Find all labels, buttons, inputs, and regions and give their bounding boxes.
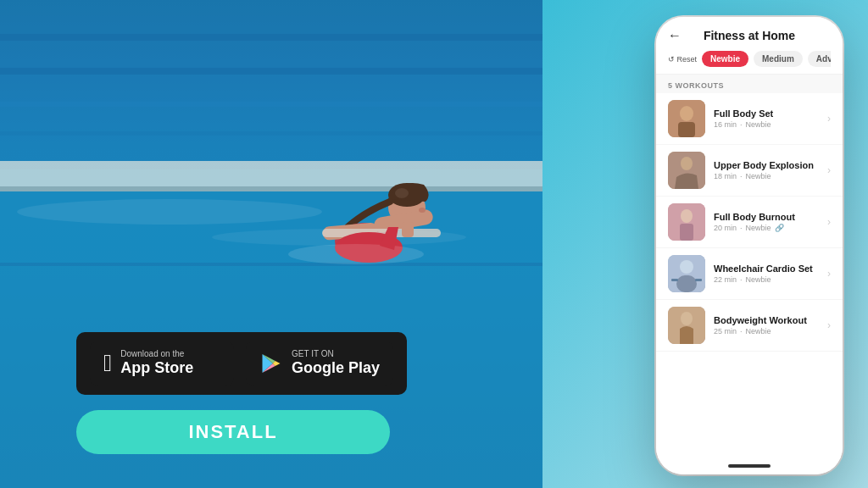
svg-rect-1 xyxy=(0,34,542,41)
filter-tabs: ↺ Reset Newbie Medium Advance xyxy=(668,51,831,67)
google-play-large-label: Google Play xyxy=(292,359,380,378)
workout-item[interactable]: Full Body Burnout 20 min · Newbie 🔗 › xyxy=(656,197,843,248)
google-play-icon xyxy=(259,352,283,375)
workout-info: Full Body Burnout 20 min · Newbie 🔗 xyxy=(714,212,824,232)
svg-point-21 xyxy=(288,244,424,264)
svg-rect-0 xyxy=(0,0,542,169)
svg-rect-2 xyxy=(0,68,542,75)
google-play-button[interactable]: GET IT ON Google Play xyxy=(246,341,393,386)
svg-rect-5 xyxy=(0,161,542,186)
svg-rect-32 xyxy=(676,275,697,292)
workout-name: Bodyweight Workout xyxy=(714,315,824,325)
svg-rect-29 xyxy=(680,224,693,241)
app-store-small-label: Download on the xyxy=(120,349,193,359)
workout-meta: 16 min · Newbie xyxy=(714,120,824,129)
svg-rect-18 xyxy=(402,222,414,237)
workout-meta: 22 min · Newbie xyxy=(714,275,824,284)
workout-name: Full Body Burnout xyxy=(714,212,824,222)
app-store-text: Download on the App Store xyxy=(120,349,193,378)
svg-point-31 xyxy=(680,260,693,274)
svg-point-36 xyxy=(681,312,693,325)
workout-info: Upper Body Explosion 18 min · Newbie xyxy=(714,160,824,180)
home-indicator xyxy=(728,464,771,468)
workout-thumbnail xyxy=(668,255,705,292)
back-button[interactable]: ← xyxy=(668,28,682,43)
workout-name: Wheelchair Cardio Set xyxy=(714,263,824,274)
google-play-small-label: GET IT ON xyxy=(292,349,380,359)
filter-tab-medium[interactable]: Medium xyxy=(754,51,803,67)
install-label: INSTALL xyxy=(188,421,277,443)
svg-rect-3 xyxy=(0,102,542,107)
app-store-button[interactable]:  Download on the App Store xyxy=(90,341,234,386)
install-button[interactable]: INSTALL xyxy=(76,410,390,454)
filter-tab-newbie[interactable]: Newbie xyxy=(702,51,748,67)
svg-rect-24 xyxy=(678,122,695,137)
chevron-right-icon: › xyxy=(827,268,831,280)
google-play-text: GET IT ON Google Play xyxy=(292,349,380,378)
phone-screen: ← Fitness at Home ↺ Reset Newbie Medium … xyxy=(656,17,843,474)
svg-point-26 xyxy=(681,157,693,170)
svg-point-23 xyxy=(680,106,693,121)
workout-list: Full Body Set 16 min · Newbie › xyxy=(656,93,843,458)
workout-item[interactable]: Bodyweight Workout 25 min · Newbie › xyxy=(656,300,843,352)
reset-filter-button[interactable]: ↺ Reset xyxy=(668,55,697,64)
workout-meta: 18 min · Newbie xyxy=(714,172,824,180)
svg-rect-6 xyxy=(0,186,542,191)
home-indicator-area xyxy=(656,458,843,474)
apple-icon:  xyxy=(103,350,112,377)
svg-rect-33 xyxy=(671,279,678,281)
workout-info: Bodyweight Workout 25 min · Newbie xyxy=(714,315,824,336)
svg-point-17 xyxy=(419,208,426,213)
workout-info: Wheelchair Cardio Set 22 min · Newbie xyxy=(714,263,824,284)
chevron-right-icon: › xyxy=(827,216,831,228)
svg-rect-34 xyxy=(695,279,702,281)
workout-info: Full Body Set 16 min · Newbie xyxy=(714,108,824,129)
svg-point-28 xyxy=(681,209,693,223)
workout-item[interactable]: Upper Body Explosion 18 min · Newbie › xyxy=(656,145,843,197)
screen-title: Fitness at Home xyxy=(704,29,795,42)
chevron-right-icon: › xyxy=(827,164,831,176)
workout-item[interactable]: Full Body Set 16 min · Newbie › xyxy=(656,93,843,145)
phone-header: ← Fitness at Home ↺ Reset Newbie Medium … xyxy=(656,17,843,75)
app-store-large-label: App Store xyxy=(120,359,193,378)
store-buttons-group:  Download on the App Store GET IT ON Go… xyxy=(76,332,407,395)
chevron-right-icon: › xyxy=(827,319,831,331)
svg-rect-10 xyxy=(0,263,542,266)
workout-thumbnail xyxy=(668,152,705,189)
workout-meta: 25 min · Newbie xyxy=(714,327,824,336)
chevron-right-icon: › xyxy=(827,113,831,125)
svg-point-8 xyxy=(17,199,322,225)
workout-name: Full Body Set xyxy=(714,108,824,119)
workouts-count: 5 WORKOUTS xyxy=(656,75,843,93)
workout-name: Upper Body Explosion xyxy=(714,160,824,170)
workout-thumbnail xyxy=(668,307,705,344)
lock-icon: 🔗 xyxy=(775,224,784,232)
filter-tab-advance[interactable]: Advance xyxy=(808,51,831,67)
svg-point-20 xyxy=(395,188,409,198)
workout-thumbnail xyxy=(668,100,705,137)
workout-thumbnail xyxy=(668,203,705,241)
workout-meta: 20 min · Newbie 🔗 xyxy=(714,224,824,232)
phone-mockup: ← Fitness at Home ↺ Reset Newbie Medium … xyxy=(656,17,843,474)
svg-rect-4 xyxy=(0,131,542,136)
workout-item[interactable]: Wheelchair Cardio Set 22 min · Newbie › xyxy=(656,248,843,300)
phone-nav: ← Fitness at Home xyxy=(668,29,831,42)
